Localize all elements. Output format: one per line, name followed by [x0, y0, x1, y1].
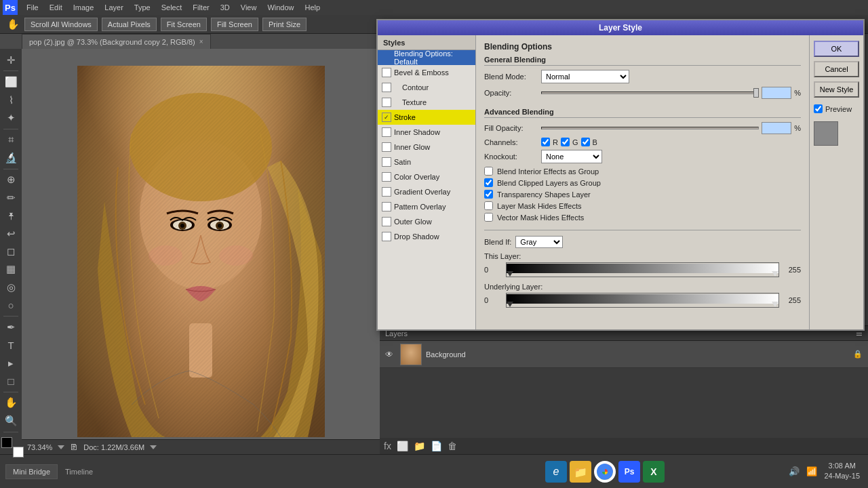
- menu-view[interactable]: View: [236, 0, 262, 15]
- blur-tool[interactable]: ◎: [1, 279, 20, 296]
- blend-interior-cb[interactable]: [484, 167, 493, 176]
- new-layer-icon[interactable]: 📄: [431, 441, 442, 451]
- style-item-texture[interactable]: Texture: [378, 95, 475, 110]
- style-item-stroke[interactable]: ✓ Stroke: [378, 110, 475, 125]
- opacity-slider-thumb[interactable]: [753, 88, 759, 98]
- foreground-color-swatch[interactable]: [1, 437, 12, 448]
- timeline-tab[interactable]: Timeline: [58, 464, 100, 479]
- channel-b-checkbox[interactable]: [581, 138, 590, 146]
- style-item-gradient-overlay[interactable]: Gradient Overlay: [378, 184, 475, 199]
- opacity-input[interactable]: 100: [762, 87, 791, 99]
- style-check-pattern-overlay[interactable]: [382, 202, 391, 211]
- style-check-gradient-overlay[interactable]: [382, 187, 391, 197]
- healing-brush-tool[interactable]: ⊕: [1, 171, 20, 188]
- ps-taskbar-icon[interactable]: Ps: [618, 461, 640, 483]
- move-tool[interactable]: ✛: [1, 52, 20, 68]
- actual-pixels-btn[interactable]: Actual Pixels: [102, 18, 157, 31]
- shape-tool[interactable]: □: [1, 372, 20, 389]
- crop-tool[interactable]: ⌗: [1, 131, 20, 148]
- background-color-swatch[interactable]: [13, 447, 24, 458]
- style-item-color-overlay[interactable]: Color Overlay: [378, 169, 475, 184]
- add-style-icon[interactable]: fx: [384, 441, 391, 451]
- this-layer-slider[interactable]: [506, 262, 779, 277]
- style-check-inner-glow[interactable]: [382, 142, 391, 152]
- eraser-tool[interactable]: ◻: [1, 243, 20, 260]
- style-item-drop-shadow[interactable]: Drop Shadow: [378, 229, 475, 244]
- blend-if-select[interactable]: Gray: [515, 236, 563, 248]
- clone-stamp-tool[interactable]: 🖈: [1, 207, 20, 224]
- style-check-contour[interactable]: [382, 83, 391, 92]
- menu-window[interactable]: Window: [262, 0, 298, 15]
- style-item-pattern-overlay[interactable]: Pattern Overlay: [378, 199, 475, 214]
- ok-button[interactable]: OK: [814, 41, 859, 57]
- transparency-shapes-cb[interactable]: [484, 190, 493, 199]
- dodge-tool[interactable]: ○: [1, 297, 20, 314]
- channel-g-checkbox[interactable]: [561, 138, 570, 146]
- blend-clipped-cb[interactable]: [484, 178, 493, 187]
- excel-icon[interactable]: X: [643, 461, 665, 483]
- underlying-right-handle[interactable]: [772, 302, 778, 307]
- channel-r-checkbox[interactable]: [541, 138, 550, 146]
- layer-background-row[interactable]: 👁 Background 🔒: [380, 341, 868, 368]
- zoom-tool[interactable]: 🔍: [1, 412, 20, 429]
- cancel-button[interactable]: Cancel: [814, 61, 859, 77]
- style-item-inner-glow[interactable]: Inner Glow: [378, 140, 475, 155]
- this-layer-right-handle[interactable]: [772, 271, 778, 277]
- menu-3d[interactable]: 3D: [216, 0, 235, 15]
- text-tool[interactable]: T: [1, 336, 20, 353]
- style-check-bevel[interactable]: [382, 68, 391, 77]
- ie-icon[interactable]: e: [545, 461, 567, 483]
- layer-mask-hides-cb[interactable]: [484, 201, 493, 210]
- style-check-inner-shadow[interactable]: [382, 127, 391, 137]
- new-group-icon[interactable]: 📁: [414, 441, 425, 451]
- marquee-tool[interactable]: ⬜: [1, 73, 20, 90]
- style-check-drop-shadow[interactable]: [382, 232, 391, 241]
- underlying-left-handle[interactable]: [507, 302, 513, 307]
- doc-info-dropdown[interactable]: [150, 445, 157, 449]
- menu-image[interactable]: Image: [68, 0, 99, 15]
- file-tab-close[interactable]: ×: [199, 38, 203, 45]
- lasso-tool[interactable]: ⌇: [1, 92, 20, 108]
- scroll-all-windows-btn[interactable]: Scroll All Windows: [24, 18, 98, 31]
- style-check-satin[interactable]: [382, 157, 391, 167]
- fit-screen-btn[interactable]: Fit Screen: [161, 18, 207, 31]
- menu-select[interactable]: Select: [157, 0, 187, 15]
- chrome-icon[interactable]: [594, 461, 616, 483]
- style-item-contour[interactable]: Contour: [378, 80, 475, 95]
- style-item-inner-shadow[interactable]: Inner Shadow: [378, 125, 475, 140]
- pen-tool[interactable]: ✒: [1, 319, 20, 336]
- preview-checkbox[interactable]: [814, 104, 823, 113]
- style-check-outer-glow[interactable]: [382, 217, 391, 226]
- underlying-layer-slider[interactable]: [506, 293, 779, 308]
- history-brush-tool[interactable]: ↩: [1, 225, 20, 242]
- path-selection-tool[interactable]: ▸: [1, 354, 20, 371]
- fill-screen-btn[interactable]: Fill Screen: [211, 18, 258, 31]
- style-check-color-overlay[interactable]: [382, 172, 391, 182]
- menu-edit[interactable]: Edit: [45, 0, 67, 15]
- menu-filter[interactable]: Filter: [188, 0, 214, 15]
- style-item-outer-glow[interactable]: Outer Glow: [378, 214, 475, 229]
- style-check-stroke[interactable]: ✓: [382, 113, 391, 122]
- delete-layer-icon[interactable]: 🗑: [448, 441, 457, 451]
- menu-type[interactable]: Type: [130, 0, 155, 15]
- knockout-select[interactable]: None Shallow Deep: [541, 150, 602, 163]
- this-layer-left-handle[interactable]: [507, 271, 513, 277]
- menu-layer[interactable]: Layer: [100, 0, 128, 15]
- gradient-tool[interactable]: ▦: [1, 261, 20, 278]
- style-item-blending-options[interactable]: Blending Options: Default: [378, 50, 475, 65]
- vector-mask-hides-cb[interactable]: [484, 213, 493, 222]
- add-mask-icon[interactable]: ⬜: [397, 441, 408, 451]
- eyedropper-tool[interactable]: 🔬: [1, 149, 20, 166]
- mini-bridge-tab[interactable]: Mini Bridge: [5, 464, 58, 479]
- folder-icon[interactable]: 📁: [570, 461, 591, 483]
- style-check-texture[interactable]: [382, 98, 391, 107]
- hand-tool[interactable]: ✋: [1, 394, 20, 411]
- style-item-satin[interactable]: Satin: [378, 155, 475, 169]
- magic-wand-tool[interactable]: ✦: [1, 109, 20, 126]
- blend-mode-select[interactable]: Normal: [541, 70, 629, 83]
- menu-file[interactable]: File: [22, 0, 43, 15]
- new-style-button[interactable]: New Style: [814, 81, 859, 98]
- menu-help[interactable]: Help: [300, 0, 326, 15]
- brush-tool[interactable]: ✏: [1, 189, 20, 206]
- zoom-dropdown[interactable]: [58, 445, 64, 449]
